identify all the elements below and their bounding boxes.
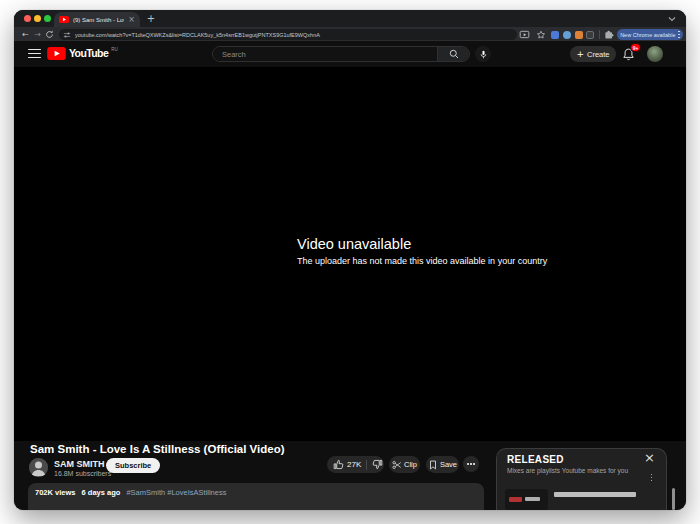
- clip-label: Clip: [404, 460, 417, 469]
- kebab-menu-icon[interactable]: [678, 31, 679, 38]
- youtube-logo-text: YouTube: [69, 47, 108, 60]
- hamburger-menu-icon[interactable]: [28, 49, 41, 58]
- playlist-subtitle: Mixes are playlists Youtube makes for yo…: [507, 467, 628, 474]
- window-close-button[interactable]: [24, 15, 31, 22]
- person-icon: [29, 458, 48, 477]
- create-label: Create: [587, 50, 610, 59]
- voice-search-button[interactable]: [475, 46, 491, 62]
- like-count: 27K: [347, 460, 361, 469]
- extension-icon[interactable]: [575, 31, 583, 39]
- youtube-logo[interactable]: YouTube RU: [47, 47, 118, 60]
- new-tab-button[interactable]: +: [145, 12, 157, 25]
- toolbar-divider: [599, 30, 600, 39]
- pill-divider: [366, 460, 367, 470]
- tab-search-chevron-icon[interactable]: [666, 14, 678, 24]
- youtube-region-label: RU: [111, 47, 118, 53]
- window-zoom-button[interactable]: [44, 15, 51, 22]
- save-label: Save: [440, 460, 457, 469]
- chrome-update-button[interactable]: New Chrome available: [617, 29, 683, 40]
- media-controls-icon[interactable]: [519, 29, 530, 40]
- like-dislike-pill: 27K: [327, 456, 384, 473]
- more-actions-button[interactable]: [463, 456, 479, 472]
- tab-close-icon[interactable]: ×: [128, 16, 135, 24]
- youtube-play-icon: [47, 47, 66, 60]
- chrome-update-label: New Chrome available: [620, 32, 675, 38]
- clip-button[interactable]: Clip: [389, 456, 420, 473]
- error-message: The uploader has not made this video ava…: [297, 256, 547, 266]
- url-text: youtube.com/watch?v=T1dteQXWKZs&list=RDC…: [75, 32, 320, 38]
- view-count: 702K views: [35, 488, 75, 497]
- browser-tab[interactable]: (9) Sam Smith - Love Is A Sti ×: [54, 12, 140, 27]
- search-bar: [212, 46, 470, 62]
- tab-bar: (9) Sam Smith - Love Is A Sti × +: [14, 10, 686, 27]
- subscriber-count: 16.8M subscribers: [54, 470, 111, 477]
- search-button[interactable]: [437, 47, 469, 61]
- extension-icon[interactable]: [551, 31, 559, 39]
- panel-scrollbar[interactable]: [672, 488, 675, 510]
- channel-name-text: SAM SMITH: [54, 459, 105, 469]
- browser-window: (9) Sam Smith - Love Is A Sti × + ← → yo…: [14, 10, 686, 510]
- playlist-close-icon[interactable]: ×: [644, 451, 655, 464]
- thumbnail-red-label: [509, 497, 522, 502]
- extensions-puzzle-icon[interactable]: [603, 29, 614, 40]
- site-settings-icon[interactable]: [63, 31, 71, 39]
- scissors-icon: [392, 460, 402, 470]
- extension-icon[interactable]: [586, 31, 594, 39]
- playlist-menu-icon[interactable]: [651, 474, 652, 481]
- desktop-background: (9) Sam Smith - Love Is A Sti × + ← → yo…: [0, 0, 700, 524]
- address-bar[interactable]: youtube.com/watch?v=T1dteQXWKZs&list=RDC…: [59, 29, 517, 40]
- thumbs-down-icon[interactable]: [372, 459, 383, 470]
- subscribe-button[interactable]: Subscribe: [106, 458, 160, 473]
- playlist-title: RELEASED: [507, 454, 564, 465]
- account-avatar[interactable]: [647, 46, 663, 62]
- youtube-favicon: [59, 16, 69, 23]
- search-input[interactable]: [213, 47, 437, 61]
- tab-title: (9) Sam Smith - Love Is A Sti: [73, 17, 124, 23]
- forward-button[interactable]: →: [32, 29, 43, 40]
- bookmark-star-icon[interactable]: [535, 29, 546, 40]
- thumbnail-light-label: [525, 497, 540, 501]
- refresh-button[interactable]: [44, 29, 55, 40]
- bookmark-icon: [428, 460, 438, 470]
- video-player: [14, 67, 686, 441]
- back-button[interactable]: ←: [20, 29, 31, 40]
- description-line: 702K views 6 days ago #SamSmith #LoveIsA…: [35, 488, 226, 497]
- channel-avatar[interactable]: [29, 458, 48, 477]
- playlist-item-thumbnail[interactable]: [505, 489, 548, 510]
- window-minimize-button[interactable]: [34, 15, 41, 22]
- playlist-item-title-partial[interactable]: [554, 492, 636, 497]
- error-title: Video unavailable: [297, 236, 411, 252]
- search-icon: [449, 49, 459, 59]
- thumbs-up-icon[interactable]: [333, 459, 344, 470]
- upload-date: 6 days ago: [82, 488, 121, 497]
- plus-icon: +: [576, 50, 584, 59]
- save-button[interactable]: Save: [426, 456, 459, 473]
- subscribe-label: Subscribe: [115, 461, 151, 470]
- video-title: Sam Smith - Love Is A Stillness (Officia…: [30, 443, 285, 455]
- hashtag-links[interactable]: #SamSmith #LoveIsAStillness: [126, 488, 226, 497]
- microphone-icon: [479, 50, 488, 59]
- extension-icon[interactable]: [563, 31, 571, 39]
- create-button[interactable]: + Create: [570, 46, 616, 62]
- notification-badge: 9+: [630, 43, 641, 52]
